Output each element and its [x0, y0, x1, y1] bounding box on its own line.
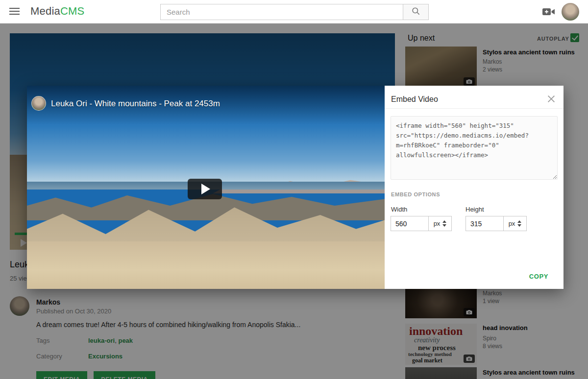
play-button[interactable] — [188, 179, 222, 199]
top-app-bar: MediaCMS — [0, 0, 588, 24]
height-unit-select[interactable]: px — [504, 216, 527, 231]
copy-button[interactable]: COPY — [529, 273, 548, 280]
search-input[interactable] — [160, 4, 403, 20]
width-unit-select[interactable]: px — [429, 216, 452, 231]
user-avatar[interactable] — [562, 3, 579, 21]
mediacms-logo[interactable]: MediaCMS — [30, 5, 84, 18]
stepper-arrows-icon — [517, 220, 521, 227]
menu-icon[interactable] — [9, 8, 20, 15]
preview-author-avatar — [31, 96, 46, 111]
width-label: Width — [391, 206, 407, 213]
embed-code-textarea[interactable]: <iframe width="560" height="315" src="ht… — [391, 116, 558, 180]
height-input[interactable] — [466, 216, 504, 231]
height-label: Height — [466, 206, 484, 213]
preview-foreground — [27, 241, 385, 289]
height-field-group: px — [466, 216, 527, 231]
width-input[interactable] — [391, 216, 429, 231]
search-form — [160, 4, 429, 20]
modal-title: Embed Video — [391, 95, 438, 104]
video-preview[interactable]: Leuka Ori - White mountains - Peak at 24… — [27, 86, 385, 289]
width-field-group: px — [391, 216, 452, 231]
embed-options-label: EMBED OPTIONS — [391, 191, 440, 197]
search-button[interactable] — [403, 4, 429, 20]
embed-popup: Leuka Ori - White mountains - Peak at 24… — [27, 86, 564, 289]
preview-video-title: Leuka Ori - White mountains - Peak at 24… — [51, 99, 220, 109]
stepper-arrows-icon — [442, 220, 446, 227]
modal-divider — [385, 108, 564, 109]
close-icon[interactable] — [546, 94, 557, 104]
upload-media-icon[interactable] — [542, 7, 556, 17]
embed-video-modal: Embed Video <iframe width="560" height="… — [385, 86, 564, 289]
search-icon — [411, 6, 420, 18]
